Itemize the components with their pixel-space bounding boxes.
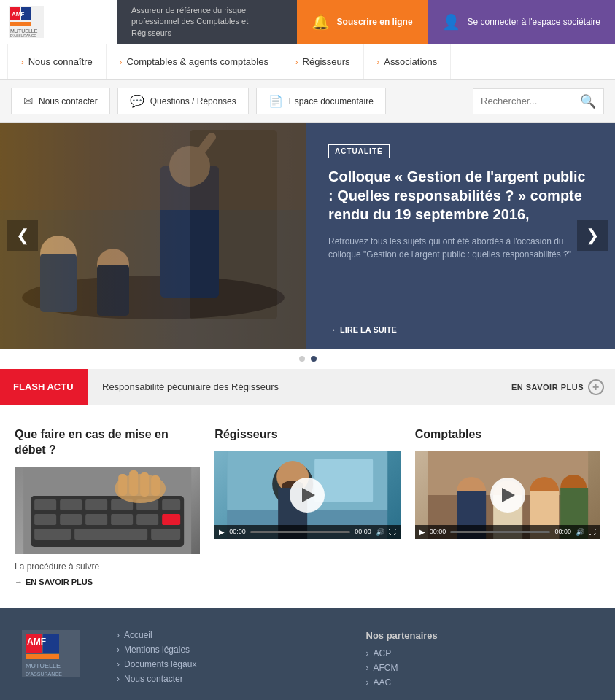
contact-button[interactable]: ✉ Nous contacter bbox=[11, 88, 110, 114]
slider-prev-button[interactable]: ❮ bbox=[7, 220, 38, 251]
footer: AMF MUTUELLE D'ASSURANCE Accueil Mention… bbox=[0, 608, 615, 700]
progress-bar[interactable] bbox=[250, 531, 350, 533]
svg-text:D'ASSURANCE: D'ASSURANCE bbox=[26, 672, 62, 677]
flash-label: FLASH ACTU bbox=[0, 369, 88, 405]
action-bar: ✉ Nous contacter 💬 Questions / Réponses … bbox=[0, 80, 615, 122]
volume-icon[interactable]: 🔊 bbox=[376, 528, 384, 536]
logo-area: AMF MUTUELLE D'ASSURANCE bbox=[0, 0, 117, 44]
hero-image bbox=[0, 122, 306, 349]
footer-partners: Nos partenaires ACP AFCM AAC bbox=[366, 630, 594, 692]
video-controls: ▶ 00:00 00:00 🔊 ⛶ bbox=[214, 525, 400, 539]
play-icon bbox=[502, 488, 515, 502]
slider-dots bbox=[0, 349, 615, 369]
time-left: 00:00 bbox=[229, 528, 246, 535]
slider-dot-2[interactable] bbox=[311, 356, 317, 362]
nav-comptables[interactable]: › Comptables & agents comptables bbox=[107, 44, 282, 79]
footer-link-mentions[interactable]: Mentions légales bbox=[117, 645, 344, 655]
hero-slider: ACTUALITÉ Colloque « Gestion de l'argent… bbox=[0, 122, 615, 349]
hero-read-more[interactable]: LIRE LA SUITE bbox=[328, 325, 593, 334]
flash-text: Responsabilité pécuniaire des Régisseurs bbox=[88, 381, 500, 392]
footer-link-documents[interactable]: Documents légaux bbox=[117, 659, 344, 669]
svg-rect-25 bbox=[34, 514, 56, 525]
login-button[interactable]: 👤 Se connecter à l'espace sociétaire bbox=[428, 0, 615, 44]
svg-rect-35 bbox=[118, 474, 127, 496]
svg-rect-3 bbox=[10, 22, 31, 26]
card-debet-link[interactable]: EN SAVOIR PLUS bbox=[15, 578, 200, 586]
footer-partner-aac[interactable]: AAC bbox=[366, 677, 594, 688]
svg-rect-12 bbox=[40, 254, 77, 312]
svg-rect-14 bbox=[97, 265, 129, 316]
header: AMF MUTUELLE D'ASSURANCE Assureur de réf… bbox=[0, 0, 615, 44]
footer-link-contact[interactable]: Nous contacter bbox=[117, 674, 344, 684]
card-regisseurs-title: Régisseurs bbox=[214, 427, 400, 443]
footer-partner-acp[interactable]: ACP bbox=[366, 648, 594, 658]
keyboard-image bbox=[15, 467, 200, 554]
play-icon bbox=[302, 488, 315, 502]
play-button[interactable] bbox=[290, 478, 325, 513]
footer-logo: AMF MUTUELLE D'ASSURANCE bbox=[22, 630, 95, 680]
nav-associations[interactable]: › Associations bbox=[364, 44, 452, 79]
card-regisseurs: Régisseurs ▶ 00:00 bbox=[214, 427, 400, 586]
chevron-icon: › bbox=[295, 58, 298, 66]
svg-rect-33 bbox=[151, 529, 180, 540]
chat-icon: 💬 bbox=[130, 94, 144, 108]
amf-logo: AMF MUTUELLE D'ASSURANCE bbox=[9, 6, 44, 38]
svg-rect-30 bbox=[162, 514, 180, 525]
card-regisseurs-thumb: ▶ 00:00 00:00 🔊 ⛶ bbox=[214, 451, 400, 539]
fullscreen-icon[interactable]: ⛶ bbox=[589, 528, 596, 536]
card-debet-thumb bbox=[15, 467, 200, 554]
progress-bar[interactable] bbox=[450, 531, 550, 533]
hero-title: Colloque « Gestion de l'argent public : … bbox=[328, 167, 593, 224]
qa-button[interactable]: 💬 Questions / Réponses bbox=[117, 88, 249, 114]
svg-rect-20 bbox=[60, 499, 82, 510]
svg-rect-28 bbox=[111, 514, 133, 525]
svg-rect-31 bbox=[34, 529, 71, 540]
svg-rect-38 bbox=[151, 475, 160, 496]
cards-section: Que faire en cas de mise en débet ? bbox=[0, 405, 615, 608]
footer-partners-title: Nos partenaires bbox=[366, 630, 594, 641]
search-icon[interactable]: 🔍 bbox=[580, 93, 596, 109]
play-button[interactable] bbox=[490, 478, 525, 513]
header-tagline: Assureur de référence du risque professi… bbox=[117, 0, 297, 44]
svg-rect-29 bbox=[136, 514, 158, 525]
svg-text:D'ASSURANCE: D'ASSURANCE bbox=[10, 34, 36, 38]
slider-dot-1[interactable] bbox=[299, 356, 305, 362]
flash-more-button[interactable]: EN SAVOIR PLUS + bbox=[500, 379, 615, 395]
volume-icon[interactable]: 🔊 bbox=[576, 528, 584, 536]
hero-content: ACTUALITÉ Colloque « Gestion de l'argent… bbox=[306, 122, 615, 349]
svg-text:AMF: AMF bbox=[27, 637, 46, 647]
search-input[interactable] bbox=[481, 96, 580, 106]
svg-rect-32 bbox=[74, 529, 147, 540]
footer-link-accueil[interactable]: Accueil bbox=[117, 630, 344, 640]
svg-rect-24 bbox=[162, 499, 180, 510]
svg-rect-59 bbox=[26, 654, 59, 659]
play-ctrl-icon[interactable]: ▶ bbox=[219, 528, 225, 536]
hero-photo-overlay bbox=[0, 122, 306, 349]
main-nav: › Nous connaître › Comptables & agents c… bbox=[0, 44, 615, 80]
play-ctrl-icon[interactable]: ▶ bbox=[419, 528, 425, 536]
plus-icon: + bbox=[588, 379, 604, 395]
card-debet-title: Que faire en cas de mise en débet ? bbox=[15, 427, 200, 458]
slider-next-button[interactable]: ❯ bbox=[577, 220, 608, 251]
fullscreen-icon[interactable]: ⛶ bbox=[389, 528, 396, 536]
subscribe-button[interactable]: 🔔 Souscrire en ligne bbox=[297, 0, 428, 44]
docs-button[interactable]: 📄 Espace documentaire bbox=[256, 88, 386, 114]
nav-regisseurs[interactable]: › Régisseurs bbox=[282, 44, 364, 79]
svg-rect-37 bbox=[140, 472, 149, 497]
doc-icon: 📄 bbox=[268, 94, 283, 108]
svg-rect-36 bbox=[129, 470, 138, 496]
chevron-icon: › bbox=[377, 58, 380, 66]
time-left: 00:00 bbox=[430, 528, 446, 535]
card-debet: Que faire en cas de mise en débet ? bbox=[15, 427, 200, 586]
nav-nous-connaitre[interactable]: › Nous connaître bbox=[7, 44, 107, 79]
footer-links-col: Accueil Mentions légales Documents légau… bbox=[117, 630, 344, 688]
card-debet-desc: La procédure à suivre bbox=[15, 561, 200, 572]
card-comptables-title: Comptables bbox=[415, 427, 600, 443]
svg-text:MUTUELLE: MUTUELLE bbox=[26, 662, 61, 669]
search-box: 🔍 bbox=[473, 88, 604, 114]
mail-icon: ✉ bbox=[23, 94, 33, 108]
svg-rect-27 bbox=[85, 514, 107, 525]
chevron-icon: › bbox=[120, 58, 123, 66]
footer-partner-afcm[interactable]: AFCM bbox=[366, 663, 594, 673]
svg-rect-21 bbox=[85, 499, 107, 510]
